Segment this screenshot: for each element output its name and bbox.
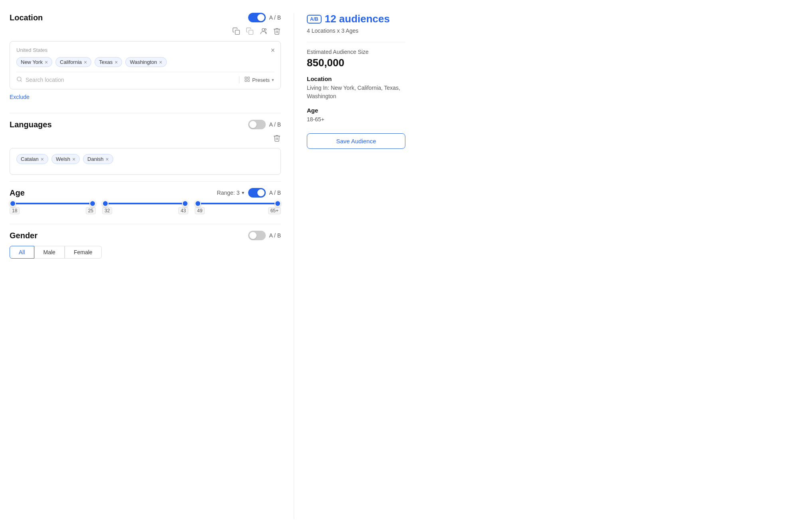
location-toggle-thumb: [257, 14, 265, 21]
tag-california: California ×: [55, 57, 91, 67]
location-ab-label: A / B: [269, 14, 281, 21]
range-text: Range: 3: [217, 190, 240, 196]
slider-3-track: [198, 202, 278, 205]
tag-catalan-label: Catalan: [21, 156, 39, 162]
slider-3-fill: [198, 203, 278, 204]
slider-1-max: 25: [86, 207, 96, 214]
slider-3-thumb-left[interactable]: [195, 200, 201, 207]
estimated-size-label: Estimated Audience Size: [307, 49, 405, 55]
tag-danish-label: Danish: [87, 156, 103, 162]
slider-1-thumb-left[interactable]: [10, 200, 16, 207]
age-slider-3: 49 65+: [195, 202, 281, 214]
paste-icon[interactable]: [246, 27, 254, 37]
tag-catalan-close[interactable]: ×: [41, 156, 44, 162]
location-toggle-wrapper: A / B: [248, 13, 281, 22]
age-sliders-row: 18 25 32 43: [10, 202, 281, 214]
location-box-close[interactable]: ×: [271, 46, 275, 55]
tag-california-label: California: [60, 59, 82, 65]
exclude-link[interactable]: Exclude: [10, 94, 30, 100]
slider-3-thumb-right[interactable]: [275, 200, 281, 207]
tag-new-york-close[interactable]: ×: [45, 59, 48, 65]
tag-california-close[interactable]: ×: [84, 59, 87, 65]
tag-catalan: Catalan ×: [16, 154, 48, 164]
location-search-input[interactable]: [26, 77, 239, 83]
gender-options: All Male Female: [10, 246, 281, 259]
estimated-size-value: 850,000: [307, 57, 405, 69]
age-section: Age Range: 3 ▾ A / B: [10, 188, 281, 214]
location-box: United States New York × California × Te…: [10, 41, 281, 89]
slider-2-thumb-left[interactable]: [102, 200, 109, 207]
age-ab-toggle[interactable]: [248, 188, 266, 198]
age-header: Age Range: 3 ▾ A / B: [10, 188, 281, 198]
sidebar-location-label: Location: [307, 75, 405, 82]
slider-3-labels: 49 65+: [195, 207, 281, 214]
svg-rect-6: [245, 77, 247, 79]
audiences-count: 12 audiences: [325, 13, 390, 25]
svg-point-2: [262, 28, 265, 31]
tag-welsh: Welsh ×: [51, 154, 80, 164]
tag-danish-close[interactable]: ×: [106, 156, 109, 162]
languages-title: Languages: [10, 120, 52, 129]
location-ab-toggle[interactable]: [248, 13, 266, 22]
slider-2-track: [105, 202, 185, 205]
tag-washington-close[interactable]: ×: [159, 59, 162, 65]
audience-icon[interactable]: [259, 27, 267, 37]
slider-1-thumb-right[interactable]: [89, 200, 96, 207]
copy-icon[interactable]: [232, 27, 240, 37]
audiences-sub: 4 Locations x 3 Ages: [307, 28, 405, 34]
location-title: Location: [10, 13, 43, 22]
svg-line-5: [20, 80, 22, 81]
tag-washington-label: Washington: [130, 59, 157, 65]
age-slider-2: 32 43: [102, 202, 188, 214]
slider-2-min: 32: [102, 207, 112, 214]
languages-controls: A / B: [248, 120, 281, 129]
svg-rect-0: [235, 30, 240, 35]
sidebar-location-value: Living In: New York, California, Texas, …: [307, 84, 405, 101]
svg-point-3: [265, 29, 266, 30]
range-chevron-icon: ▾: [242, 190, 244, 196]
tag-danish: Danish ×: [83, 154, 113, 164]
audiences-header: A/B 12 audiences: [307, 13, 405, 25]
delete-location-icon[interactable]: [273, 27, 281, 37]
sidebar-age-value: 18-65+: [307, 115, 405, 124]
tag-texas-label: Texas: [99, 59, 113, 65]
presets-icon: [244, 76, 250, 83]
presets-label: Presets: [252, 77, 270, 83]
range-label[interactable]: Range: 3 ▾: [217, 190, 245, 196]
location-header: Location A / B: [10, 13, 281, 22]
tag-texas-close[interactable]: ×: [115, 59, 118, 65]
divider-1: [10, 113, 281, 113]
tag-welsh-close[interactable]: ×: [72, 156, 75, 162]
gender-section: Gender A / B All Male Female: [10, 231, 281, 259]
right-divider-1: [307, 42, 405, 42]
location-search-row: Presets ▾: [16, 72, 274, 83]
location-controls: A / B: [248, 13, 281, 22]
slider-3-min: 49: [195, 207, 205, 214]
languages-tags: Catalan × Welsh × Danish ×: [16, 154, 274, 164]
gender-all-button[interactable]: All: [10, 246, 34, 259]
presets-button[interactable]: Presets ▾: [239, 76, 274, 83]
delete-languages-icon[interactable]: [273, 134, 281, 144]
slider-2-thumb-right[interactable]: [182, 200, 188, 207]
svg-rect-1: [249, 30, 253, 35]
location-tags: New York × California × Texas × Washingt…: [16, 57, 274, 67]
slider-2-max: 43: [178, 207, 188, 214]
save-audience-button[interactable]: Save Audience: [307, 133, 405, 149]
slider-1-min: 18: [10, 207, 20, 214]
slider-1-labels: 18 25: [10, 207, 96, 214]
languages-toolbar: [10, 134, 281, 144]
gender-ab-toggle[interactable]: [248, 231, 266, 240]
languages-ab-label: A / B: [269, 121, 281, 128]
languages-box: Catalan × Welsh × Danish ×: [10, 148, 281, 175]
gender-female-button[interactable]: Female: [65, 246, 102, 259]
gender-header: Gender A / B: [10, 231, 281, 240]
languages-ab-toggle[interactable]: [248, 120, 266, 129]
tag-new-york: New York ×: [16, 57, 52, 67]
slider-2-fill: [105, 203, 185, 204]
sidebar-age-label: Age: [307, 107, 405, 114]
svg-rect-9: [248, 80, 249, 81]
gender-male-button[interactable]: Male: [34, 246, 65, 259]
svg-rect-8: [245, 80, 247, 81]
gender-title: Gender: [10, 231, 38, 240]
age-title: Age: [10, 188, 25, 198]
